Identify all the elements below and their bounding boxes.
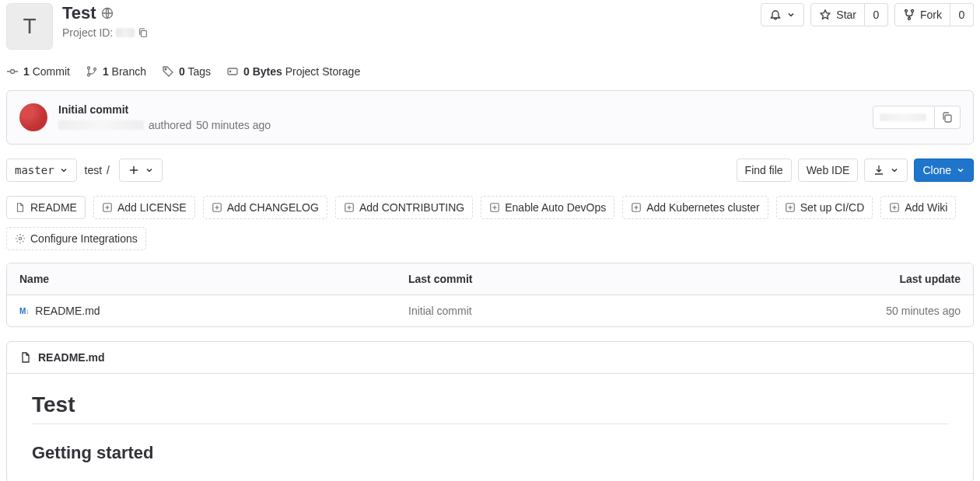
commit-author-avatar[interactable] xyxy=(19,103,47,131)
commit-sha[interactable] xyxy=(873,106,935,129)
svg-point-11 xyxy=(229,71,231,72)
latest-commit-panel: Initial commit authored 50 minutes ago xyxy=(6,90,974,145)
svg-point-20 xyxy=(19,237,22,240)
svg-point-3 xyxy=(912,10,914,12)
add-license-chip[interactable]: Add LICENSE xyxy=(93,196,195,219)
add-wiki-label: Add Wiki xyxy=(905,201,947,214)
column-last-update: Last update xyxy=(797,273,961,285)
branches-stat[interactable]: 1 Branch xyxy=(86,65,146,78)
tags-stat[interactable]: 0 Tags xyxy=(162,65,211,78)
svg-rect-1 xyxy=(142,30,147,37)
star-label: Star xyxy=(836,9,856,21)
notifications-button[interactable] xyxy=(761,3,804,26)
star-button[interactable]: Star xyxy=(810,3,865,26)
copy-commit-sha-button[interactable] xyxy=(935,106,961,129)
file-tree: Name Last commit Last update M↓ README.m… xyxy=(6,263,974,327)
branch-icon xyxy=(86,65,98,78)
project-id-value xyxy=(116,28,135,37)
readme-filename[interactable]: README.md xyxy=(38,351,105,364)
add-k8s-chip[interactable]: Add Kubernetes cluster xyxy=(622,196,768,219)
project-id-label: Project ID: xyxy=(62,26,113,39)
file-name[interactable]: README.md xyxy=(35,305,100,317)
file-row[interactable]: M↓ README.md Initial commit 50 minutes a… xyxy=(7,295,973,326)
readme-h2: Getting started xyxy=(32,443,948,463)
fork-button[interactable]: Fork xyxy=(894,3,950,26)
find-file-button[interactable]: Find file xyxy=(737,159,792,182)
commits-count: 1 xyxy=(23,65,30,78)
bell-icon xyxy=(769,9,782,21)
add-file-button[interactable] xyxy=(119,159,163,182)
enable-autodevops-chip[interactable]: Enable Auto DevOps xyxy=(481,196,614,219)
column-last-commit: Last commit xyxy=(408,273,797,285)
svg-point-2 xyxy=(905,10,908,12)
breadcrumb-root[interactable]: test xyxy=(85,164,103,176)
visibility-public-icon xyxy=(101,7,114,19)
file-icon xyxy=(19,351,32,364)
chevron-down-icon xyxy=(59,166,68,175)
markdown-icon: M↓ xyxy=(19,307,29,315)
add-license-label: Add LICENSE xyxy=(117,201,187,214)
storage-count: 0 Bytes xyxy=(243,65,282,78)
clone-button[interactable]: Clone xyxy=(914,159,974,182)
branches-label: Branch xyxy=(112,65,146,78)
storage-icon xyxy=(226,65,239,78)
commit-title[interactable]: Initial commit xyxy=(58,103,271,116)
file-last-commit[interactable]: Initial commit xyxy=(408,305,797,317)
svg-point-6 xyxy=(87,67,89,69)
commit-authored-label: authored xyxy=(149,119,191,131)
readme-chip-label: README xyxy=(30,201,77,214)
branch-select-value: master xyxy=(15,164,54,176)
file-last-update: 50 minutes ago xyxy=(797,305,961,317)
enable-autodevops-label: Enable Auto DevOps xyxy=(505,201,606,214)
svg-point-9 xyxy=(165,68,166,70)
storage-label: Project Storage xyxy=(285,65,361,78)
svg-point-8 xyxy=(93,68,96,71)
add-changelog-label: Add CHANGELOG xyxy=(227,201,319,214)
add-k8s-label: Add Kubernetes cluster xyxy=(646,201,760,214)
project-avatar: T xyxy=(6,3,53,50)
chevron-down-icon xyxy=(956,166,965,175)
branches-count: 1 xyxy=(103,65,109,78)
svg-point-4 xyxy=(908,18,911,20)
commit-time: 50 minutes ago xyxy=(196,119,271,131)
gear-icon xyxy=(15,233,26,244)
plus-box-icon xyxy=(785,202,796,213)
clone-label: Clone xyxy=(922,164,951,176)
plus-icon xyxy=(128,164,140,176)
setup-cicd-label: Set up CI/CD xyxy=(800,201,864,214)
plus-box-icon xyxy=(489,202,500,213)
configure-integrations-chip[interactable]: Configure Integrations xyxy=(6,227,146,250)
plus-box-icon xyxy=(631,202,642,213)
add-changelog-chip[interactable]: Add CHANGELOG xyxy=(203,196,327,219)
download-button[interactable] xyxy=(864,159,908,182)
tags-count: 0 xyxy=(179,65,185,78)
fork-icon xyxy=(903,9,915,21)
fork-count[interactable]: 0 xyxy=(950,3,974,26)
plus-box-icon xyxy=(889,202,900,213)
file-icon xyxy=(15,202,26,213)
commit-icon xyxy=(6,65,19,78)
project-title: Test xyxy=(62,3,96,23)
tags-label: Tags xyxy=(187,65,211,78)
commit-author-name[interactable] xyxy=(58,120,144,130)
copy-project-id-button[interactable] xyxy=(138,27,149,38)
branch-select[interactable]: master xyxy=(6,159,77,182)
svg-point-5 xyxy=(11,70,15,74)
add-contributing-chip[interactable]: Add CONTRIBUTING xyxy=(335,196,473,219)
setup-cicd-chip[interactable]: Set up CI/CD xyxy=(776,196,873,219)
star-count[interactable]: 0 xyxy=(865,3,888,26)
plus-box-icon xyxy=(212,202,222,213)
commits-label: Commit xyxy=(33,65,70,78)
tag-icon xyxy=(162,65,174,78)
add-contributing-label: Add CONTRIBUTING xyxy=(359,201,464,214)
fork-label: Fork xyxy=(920,9,942,21)
add-wiki-chip[interactable]: Add Wiki xyxy=(880,196,956,219)
readme-panel: README.md Test Getting started xyxy=(6,341,974,481)
web-ide-button[interactable]: Web IDE xyxy=(798,159,859,182)
readme-chip[interactable]: README xyxy=(6,196,86,219)
configure-integrations-label: Configure Integrations xyxy=(30,232,138,245)
chevron-down-icon xyxy=(890,166,899,175)
storage-stat[interactable]: 0 Bytes Project Storage xyxy=(226,65,360,78)
svg-rect-12 xyxy=(945,115,951,122)
commits-stat[interactable]: 1 Commit xyxy=(6,65,70,78)
